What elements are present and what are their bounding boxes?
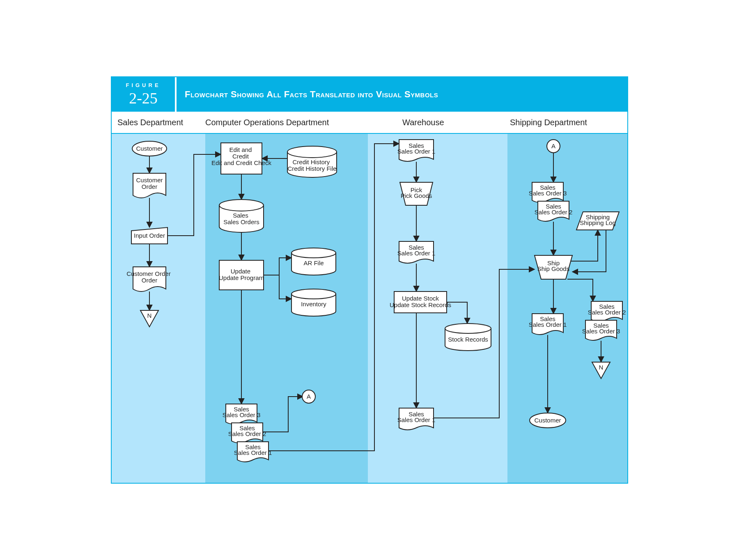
svg-text:Customer: Customer xyxy=(534,417,561,424)
node-shipping-log: ShippingShipping Log xyxy=(576,212,619,230)
figure-number-block: FIGURE 2-25 xyxy=(112,77,177,112)
node-offpage-n-2: N xyxy=(592,362,610,379)
svg-text:Stock Records: Stock Records xyxy=(448,336,488,343)
svg-text:A: A xyxy=(551,142,555,149)
svg-text:AR File: AR File xyxy=(303,259,324,266)
svg-text:N: N xyxy=(147,312,152,319)
figure-number: 2-25 xyxy=(129,89,158,107)
node-offpage-n-1: N xyxy=(140,310,158,327)
node-input-order: Input Order xyxy=(131,227,168,244)
svg-text:A: A xyxy=(307,393,311,400)
node-so1-sh-out: SalesSales Order 1 xyxy=(529,314,567,335)
svg-text:Credit History
          Credi: Credit History Credit History File xyxy=(287,158,336,172)
node-stock-records: Stock Records xyxy=(445,324,491,351)
node-sales-orders-stack-sh-out: SalesSales Order 2 SalesSales Order 3 xyxy=(582,301,626,340)
lane-header-warehouse: Warehouse xyxy=(368,118,507,127)
figure-header: FIGURE 2-25 Flowchart Showing All Facts … xyxy=(112,77,627,112)
node-so1-wh-c: SalesSales Order 1 xyxy=(397,408,436,430)
node-sales-orders-stack-sh-in: SalesSales Order 3 SalesSales Order 2 xyxy=(529,182,573,221)
node-credit-history-file: Credit History Credit History File xyxy=(287,146,337,177)
node-so1-wh-b: SalesSales Order 1 xyxy=(397,241,436,263)
svg-text:N: N xyxy=(599,364,604,371)
swimlane-headers: Sales Department Computer Operations Dep… xyxy=(112,112,627,134)
node-customer-order-2: Customer Order Order xyxy=(126,267,172,291)
node-inventory: Inventory xyxy=(291,289,336,316)
svg-text:Inventory: Inventory xyxy=(301,301,326,308)
node-ship-goods: ShipShip Goods xyxy=(535,255,572,279)
node-so1-wh-a: SalesSales Order 1 xyxy=(397,140,436,161)
node-ar-file: AR File xyxy=(291,248,336,275)
label-customer: Customer xyxy=(136,145,163,152)
flowchart-canvas: Customer CustomerOrder Input Order xyxy=(112,134,627,483)
node-sales-orders-stack-co: SalesSales Order 3 SalesSales Order 2 Sa… xyxy=(223,404,272,462)
svg-text:Input Order: Input Order xyxy=(134,232,165,239)
node-sales-orders-db: Sales Sales Orders xyxy=(219,200,264,232)
figure-label: FIGURE xyxy=(126,82,161,88)
figure-container: FIGURE 2-25 Flowchart Showing All Facts … xyxy=(111,76,628,484)
lane-header-shipping: Shipping Department xyxy=(507,118,627,127)
node-customer-order-1: CustomerOrder xyxy=(133,173,166,198)
lane-header-computer-ops: Computer Operations Department xyxy=(205,118,368,127)
flowchart-svg: Customer CustomerOrder Input Order xyxy=(112,134,627,483)
figure-title: Flowchart Showing All Facts Translated i… xyxy=(177,77,438,112)
lane-header-sales: Sales Department xyxy=(112,118,205,127)
node-pick-goods: PickPick Goods xyxy=(400,182,433,205)
